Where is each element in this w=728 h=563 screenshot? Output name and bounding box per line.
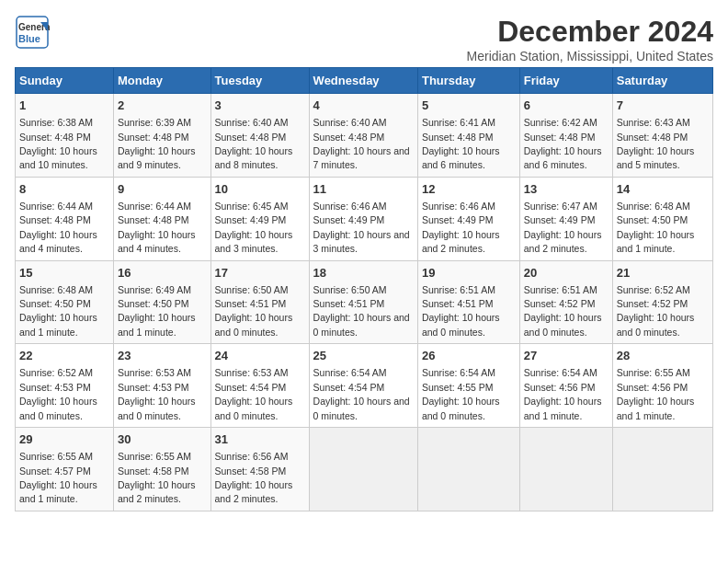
day-number: 25 <box>313 348 414 364</box>
table-row: 10 Sunrise: 6:45 AMSunset: 4:49 PMDaylig… <box>210 177 309 260</box>
day-info: Sunrise: 6:54 AMSunset: 4:56 PMDaylight:… <box>524 367 602 420</box>
table-row: 28 Sunrise: 6:55 AMSunset: 4:56 PMDaylig… <box>612 344 712 428</box>
logo: General Blue <box>15 15 50 50</box>
day-number: 18 <box>313 265 414 282</box>
day-number: 19 <box>422 265 516 282</box>
table-row: 29 Sunrise: 6:55 AMSunset: 4:57 PMDaylig… <box>16 428 114 511</box>
week-row-1: 1 Sunrise: 6:38 AMSunset: 4:48 PMDayligh… <box>16 94 713 178</box>
day-info: Sunrise: 6:39 AMSunset: 4:48 PMDaylight:… <box>118 117 196 170</box>
day-number: 12 <box>422 181 516 198</box>
day-number: 1 <box>19 98 109 114</box>
day-info: Sunrise: 6:52 AMSunset: 4:52 PMDaylight:… <box>617 284 695 338</box>
day-info: Sunrise: 6:54 AMSunset: 4:55 PMDaylight:… <box>422 367 500 420</box>
day-info: Sunrise: 6:41 AMSunset: 4:48 PMDaylight:… <box>422 117 500 170</box>
day-number: 14 <box>617 181 709 198</box>
day-number: 6 <box>524 98 609 114</box>
table-row: 16 Sunrise: 6:49 AMSunset: 4:50 PMDaylig… <box>113 260 210 344</box>
svg-text:Blue: Blue <box>18 33 40 44</box>
calendar-body: 1 Sunrise: 6:38 AMSunset: 4:48 PMDayligh… <box>16 94 713 511</box>
col-monday: Monday <box>113 68 210 94</box>
table-row: 24 Sunrise: 6:53 AMSunset: 4:54 PMDaylig… <box>210 344 309 428</box>
week-row-4: 22 Sunrise: 6:52 AMSunset: 4:53 PMDaylig… <box>16 344 713 428</box>
table-row: 3 Sunrise: 6:40 AMSunset: 4:48 PMDayligh… <box>210 94 309 178</box>
day-info: Sunrise: 6:46 AMSunset: 4:49 PMDaylight:… <box>313 201 410 254</box>
table-row: 30 Sunrise: 6:55 AMSunset: 4:58 PMDaylig… <box>113 428 210 511</box>
day-info: Sunrise: 6:40 AMSunset: 4:48 PMDaylight:… <box>313 117 410 170</box>
day-number: 24 <box>215 348 305 364</box>
table-row: 5 Sunrise: 6:41 AMSunset: 4:48 PMDayligh… <box>417 94 519 178</box>
table-row: 21 Sunrise: 6:52 AMSunset: 4:52 PMDaylig… <box>612 260 712 344</box>
day-number: 29 <box>19 431 109 448</box>
day-info: Sunrise: 6:50 AMSunset: 4:51 PMDaylight:… <box>215 284 293 338</box>
day-info: Sunrise: 6:54 AMSunset: 4:54 PMDaylight:… <box>313 367 410 420</box>
week-row-3: 15 Sunrise: 6:48 AMSunset: 4:50 PMDaylig… <box>16 260 713 344</box>
title-block: December 2024 Meridian Station, Mississi… <box>467 15 713 63</box>
col-saturday: Saturday <box>612 68 712 94</box>
table-row: 6 Sunrise: 6:42 AMSunset: 4:48 PMDayligh… <box>519 94 612 178</box>
table-row: 18 Sunrise: 6:50 AMSunset: 4:51 PMDaylig… <box>309 260 417 344</box>
day-info: Sunrise: 6:45 AMSunset: 4:49 PMDaylight:… <box>215 201 293 254</box>
table-row: 2 Sunrise: 6:39 AMSunset: 4:48 PMDayligh… <box>113 94 210 178</box>
table-row: 17 Sunrise: 6:50 AMSunset: 4:51 PMDaylig… <box>210 260 309 344</box>
day-info: Sunrise: 6:44 AMSunset: 4:48 PMDaylight:… <box>19 201 97 254</box>
day-info: Sunrise: 6:49 AMSunset: 4:50 PMDaylight:… <box>118 284 196 338</box>
day-info: Sunrise: 6:55 AMSunset: 4:56 PMDaylight:… <box>617 367 695 420</box>
day-number: 11 <box>313 181 414 198</box>
day-number: 22 <box>19 348 109 364</box>
calendar-table: Sunday Monday Tuesday Wednesday Thursday… <box>15 67 713 511</box>
week-row-5: 29 Sunrise: 6:55 AMSunset: 4:57 PMDaylig… <box>16 428 713 511</box>
col-tuesday: Tuesday <box>210 68 309 94</box>
empty-cell <box>612 428 712 511</box>
subtitle: Meridian Station, Mississippi, United St… <box>467 49 713 63</box>
day-info: Sunrise: 6:38 AMSunset: 4:48 PMDaylight:… <box>19 117 97 170</box>
day-number: 30 <box>118 431 207 448</box>
day-number: 17 <box>215 265 305 282</box>
day-info: Sunrise: 6:42 AMSunset: 4:48 PMDaylight:… <box>524 117 602 170</box>
col-wednesday: Wednesday <box>309 68 417 94</box>
day-info: Sunrise: 6:48 AMSunset: 4:50 PMDaylight:… <box>617 201 695 254</box>
col-friday: Friday <box>519 68 612 94</box>
day-info: Sunrise: 6:47 AMSunset: 4:49 PMDaylight:… <box>524 201 602 254</box>
day-number: 27 <box>524 348 609 364</box>
day-number: 20 <box>524 265 609 282</box>
table-row: 13 Sunrise: 6:47 AMSunset: 4:49 PMDaylig… <box>519 177 612 260</box>
day-info: Sunrise: 6:40 AMSunset: 4:48 PMDaylight:… <box>215 117 293 170</box>
table-row: 25 Sunrise: 6:54 AMSunset: 4:54 PMDaylig… <box>309 344 417 428</box>
day-number: 23 <box>118 348 207 364</box>
empty-cell <box>417 428 519 511</box>
day-info: Sunrise: 6:53 AMSunset: 4:54 PMDaylight:… <box>215 367 293 420</box>
day-info: Sunrise: 6:46 AMSunset: 4:49 PMDaylight:… <box>422 201 500 254</box>
main-title: December 2024 <box>467 15 713 49</box>
day-number: 13 <box>524 181 609 198</box>
day-info: Sunrise: 6:55 AMSunset: 4:57 PMDaylight:… <box>19 451 97 504</box>
day-number: 8 <box>19 181 109 198</box>
table-row: 1 Sunrise: 6:38 AMSunset: 4:48 PMDayligh… <box>16 94 114 178</box>
col-thursday: Thursday <box>417 68 519 94</box>
table-row: 4 Sunrise: 6:40 AMSunset: 4:48 PMDayligh… <box>309 94 417 178</box>
day-info: Sunrise: 6:56 AMSunset: 4:58 PMDaylight:… <box>215 451 293 504</box>
day-info: Sunrise: 6:51 AMSunset: 4:52 PMDaylight:… <box>524 284 602 338</box>
table-row: 12 Sunrise: 6:46 AMSunset: 4:49 PMDaylig… <box>417 177 519 260</box>
day-number: 9 <box>118 181 207 198</box>
day-number: 16 <box>118 265 207 282</box>
table-row: 7 Sunrise: 6:43 AMSunset: 4:48 PMDayligh… <box>612 94 712 178</box>
day-number: 15 <box>19 265 109 282</box>
day-number: 5 <box>422 98 516 114</box>
day-number: 7 <box>617 98 709 114</box>
table-row: 20 Sunrise: 6:51 AMSunset: 4:52 PMDaylig… <box>519 260 612 344</box>
table-row: 26 Sunrise: 6:54 AMSunset: 4:55 PMDaylig… <box>417 344 519 428</box>
table-row: 31 Sunrise: 6:56 AMSunset: 4:58 PMDaylig… <box>210 428 309 511</box>
table-row: 14 Sunrise: 6:48 AMSunset: 4:50 PMDaylig… <box>612 177 712 260</box>
table-row: 9 Sunrise: 6:44 AMSunset: 4:48 PMDayligh… <box>113 177 210 260</box>
day-info: Sunrise: 6:52 AMSunset: 4:53 PMDaylight:… <box>19 367 97 420</box>
day-number: 28 <box>617 348 709 364</box>
table-row: 11 Sunrise: 6:46 AMSunset: 4:49 PMDaylig… <box>309 177 417 260</box>
day-info: Sunrise: 6:43 AMSunset: 4:48 PMDaylight:… <box>617 117 695 170</box>
day-number: 10 <box>215 181 305 198</box>
day-info: Sunrise: 6:44 AMSunset: 4:48 PMDaylight:… <box>118 201 196 254</box>
day-number: 21 <box>617 265 709 282</box>
day-number: 31 <box>215 431 305 448</box>
logo-icon: General Blue <box>15 15 50 50</box>
table-row: 15 Sunrise: 6:48 AMSunset: 4:50 PMDaylig… <box>16 260 114 344</box>
table-row: 8 Sunrise: 6:44 AMSunset: 4:48 PMDayligh… <box>16 177 114 260</box>
